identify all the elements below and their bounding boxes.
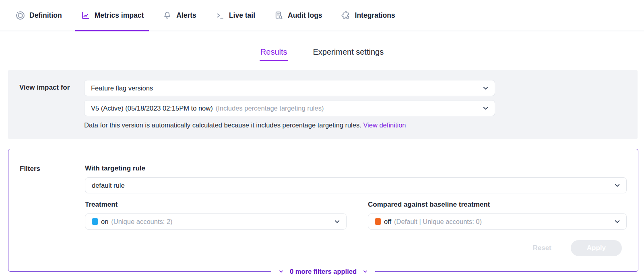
version-value: V5 (Active) (05/18/2023 02:15PM to now) bbox=[91, 105, 213, 112]
apply-button[interactable]: Apply bbox=[571, 240, 622, 256]
tab-integrations[interactable]: Integrations bbox=[341, 0, 395, 31]
targeting-rule-select[interactable]: default rule bbox=[85, 177, 627, 193]
version-type-value: Feature flag versions bbox=[91, 84, 153, 92]
tab-definition[interactable]: Definition bbox=[15, 0, 62, 31]
baseline-color-swatch bbox=[375, 218, 381, 225]
tab-results[interactable]: Results bbox=[260, 47, 288, 61]
view-impact-for-label: View impact for bbox=[19, 80, 84, 129]
metrics-impact-icon bbox=[80, 10, 91, 21]
targeting-rule-label: With targeting rule bbox=[85, 164, 627, 172]
view-impact-panel: View impact for Feature flag versions V5… bbox=[8, 70, 638, 139]
definition-icon bbox=[15, 10, 25, 21]
treatment-color-swatch bbox=[92, 218, 98, 225]
terminal-icon bbox=[215, 10, 225, 21]
more-filters-label: 0 more filters applied bbox=[290, 268, 357, 275]
baseline-value: off bbox=[384, 218, 391, 226]
chevron-down-icon bbox=[279, 269, 284, 274]
more-filters-toggle[interactable]: 0 more filters applied bbox=[271, 266, 375, 277]
version-note-text: Data for this version is automatically c… bbox=[84, 121, 361, 129]
tab-label: Audit logs bbox=[288, 11, 322, 20]
tab-label: Alerts bbox=[176, 11, 196, 20]
tab-metrics-impact[interactable]: Metrics impact bbox=[80, 0, 144, 31]
bell-icon bbox=[162, 10, 172, 21]
treatment-label: Treatment bbox=[85, 201, 347, 209]
baseline-treatment-select[interactable]: off (Default | Unique accounts: 0) bbox=[368, 213, 627, 230]
tab-label: Integrations bbox=[355, 11, 395, 20]
tab-alerts[interactable]: Alerts bbox=[162, 0, 196, 31]
version-select[interactable]: V5 (Active) (05/18/2023 02:15PM to now) … bbox=[84, 100, 495, 116]
version-hint: (Includes percentage targeting rules) bbox=[216, 105, 324, 112]
chevron-down-icon bbox=[363, 269, 368, 274]
audit-logs-icon bbox=[274, 10, 284, 21]
chevron-down-icon bbox=[334, 218, 341, 225]
top-navigation: Definition Metrics impact Alerts Live ta… bbox=[0, 0, 644, 31]
baseline-hint: (Default | Unique accounts: 0) bbox=[394, 218, 482, 226]
chevron-down-icon bbox=[614, 218, 621, 225]
treatment-hint: (Unique accounts: 2) bbox=[111, 218, 172, 226]
treatment-value: on bbox=[101, 218, 108, 226]
results-settings-tabs: Results Experiment settings bbox=[0, 47, 644, 61]
chevron-down-icon bbox=[482, 85, 489, 92]
tab-live-tail[interactable]: Live tail bbox=[215, 0, 255, 31]
chevron-down-icon bbox=[614, 182, 621, 189]
tab-label: Live tail bbox=[229, 11, 255, 20]
tab-experiment-settings[interactable]: Experiment settings bbox=[312, 47, 385, 61]
version-type-select[interactable]: Feature flag versions bbox=[84, 80, 495, 96]
puzzle-icon bbox=[341, 10, 351, 21]
baseline-treatment-label: Compared against baseline treatment bbox=[368, 201, 627, 209]
filters-panel: Filters With targeting rule default rule… bbox=[8, 149, 638, 272]
reset-button[interactable]: Reset bbox=[533, 244, 551, 252]
tab-label: Definition bbox=[29, 11, 62, 20]
treatment-select[interactable]: on (Unique accounts: 2) bbox=[85, 213, 347, 230]
filters-label: Filters bbox=[20, 164, 85, 256]
chevron-down-icon bbox=[482, 105, 489, 112]
tab-label: Metrics impact bbox=[95, 11, 144, 20]
version-note: Data for this version is automatically c… bbox=[84, 121, 495, 129]
tab-audit-logs[interactable]: Audit logs bbox=[274, 0, 322, 31]
targeting-rule-value: default rule bbox=[92, 182, 125, 189]
view-definition-link[interactable]: View definition bbox=[363, 121, 406, 129]
